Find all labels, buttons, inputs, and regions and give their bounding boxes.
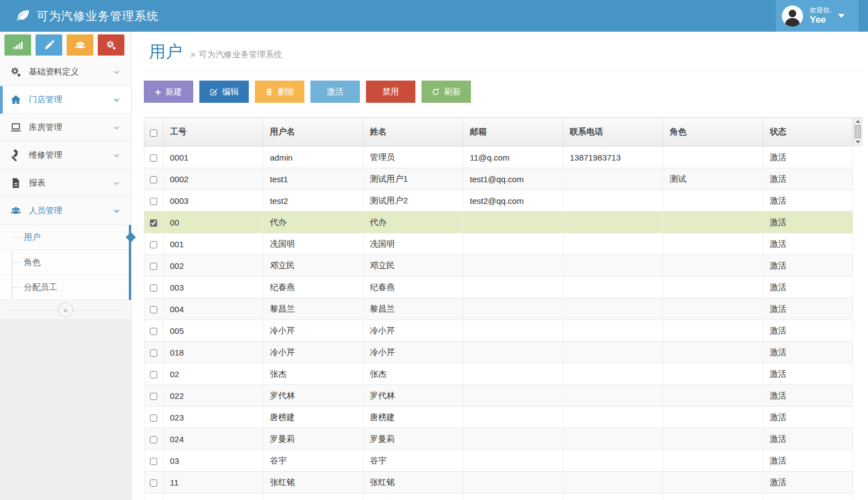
users-grid: 工号用户名姓名邮箱联系电话角色状态 0001admin管理员11@q.com13… (144, 117, 862, 500)
activate-button[interactable]: 激活 (310, 81, 360, 103)
row-checkbox[interactable] (150, 284, 157, 292)
row-checkbox[interactable] (150, 154, 157, 162)
table-row[interactable]: 03谷宇谷宇激活 (144, 450, 853, 472)
table-row[interactable]: 023唐榜建唐榜建激活 (144, 407, 853, 428)
person-icon (782, 6, 803, 27)
scroll-down-button[interactable] (856, 141, 860, 143)
table-row[interactable]: 024罗曼莉罗曼莉激活 (144, 428, 853, 450)
shortcut-users-button[interactable] (67, 34, 93, 56)
table-row[interactable]: 11张红铭张红铭激活 (144, 472, 853, 493)
row-checkbox[interactable] (150, 393, 157, 400)
row-checkbox[interactable] (150, 479, 157, 487)
cell-name: 谷宇 (363, 450, 463, 472)
column-header[interactable]: 工号 (163, 118, 263, 147)
shortcut-edit-button[interactable] (36, 34, 62, 56)
pencil-icon (43, 39, 55, 51)
cell-status: 激活 (763, 168, 853, 190)
column-header[interactable]: 姓名 (363, 118, 463, 147)
table-row[interactable]: 0003test2测试用户2test2@qq.com激活 (144, 190, 853, 212)
scroll-thumb[interactable] (855, 125, 861, 138)
row-checkbox[interactable] (150, 219, 157, 227)
row-checkbox[interactable] (150, 458, 157, 465)
user-menu[interactable]: 欢迎你, Yee (776, 0, 859, 32)
row-checkbox[interactable] (150, 414, 157, 422)
cell-username: test2 (263, 190, 363, 212)
sidebar-collapse-button[interactable]: « (58, 302, 73, 317)
table-row[interactable]: 0001admin管理员11@q.com13871983713激活 (144, 147, 853, 168)
delete-button[interactable]: 删除 (255, 81, 304, 103)
sidebar-item-basic-data[interactable]: 基础资料定义 (0, 58, 131, 86)
cell-username: 张红铭 (263, 472, 363, 493)
table-row[interactable]: 004黎昌兰黎昌兰激活 (144, 298, 853, 320)
column-header[interactable]: 状态 (763, 118, 853, 147)
row-checkbox[interactable] (150, 263, 157, 270)
edit-button[interactable]: 编辑 (199, 81, 249, 103)
table-row[interactable]: 022罗代林罗代林激活 (144, 385, 853, 407)
refresh-button[interactable]: 刷新 (422, 81, 471, 103)
select-all-checkbox[interactable] (150, 129, 157, 137)
row-checkbox[interactable] (150, 328, 157, 335)
cell-phone (563, 320, 663, 342)
column-header[interactable]: 邮箱 (463, 118, 563, 147)
button-label: 刷新 (444, 87, 461, 97)
checkbox-cell (144, 147, 163, 168)
cell-role (663, 342, 763, 363)
table-scrollbar (853, 117, 862, 146)
cell-id: 003 (163, 277, 263, 298)
column-header[interactable]: 角色 (663, 118, 763, 147)
checkbox-cell (144, 450, 163, 472)
document-icon (10, 177, 22, 189)
new-button[interactable]: + 新建 (144, 81, 193, 103)
cell-status: 激活 (763, 233, 853, 255)
sidebar-item-label: 人员管理 (29, 206, 62, 216)
sidebar-item-label: 维修管理 (29, 150, 62, 161)
column-header[interactable]: 用户名 (263, 118, 363, 147)
sidebar-item-reports[interactable]: 报表 (0, 169, 131, 197)
table-row[interactable]: 12何红梅何红梅激活 (144, 493, 853, 500)
scroll-up-button[interactable] (856, 120, 860, 123)
table-row[interactable]: 018冷小芹冷小芹激活 (144, 342, 853, 363)
cell-username: test1 (263, 168, 363, 190)
row-checkbox[interactable] (150, 436, 157, 443)
table-row[interactable]: 002邓立民邓立民激活 (144, 255, 853, 277)
cell-role (663, 363, 763, 385)
sidebar-item-warehouse[interactable]: 库房管理 (0, 114, 131, 142)
cell-id: 0003 (163, 190, 263, 212)
table-header-row: 工号用户名姓名邮箱联系电话角色状态 (144, 118, 853, 147)
row-checkbox[interactable] (150, 349, 157, 357)
row-checkbox[interactable] (150, 306, 157, 313)
table-row[interactable]: 0002test1测试用户1test1@qq.com测试激活 (144, 168, 853, 190)
shortcut-chart-button[interactable] (4, 34, 31, 56)
table-row[interactable]: 001冼国明冼国明激活 (144, 233, 853, 255)
sidebar-subitem-assign-staff[interactable]: 分配员工 (0, 275, 129, 300)
table-row[interactable]: 00代办代办激活 (144, 212, 853, 233)
row-checkbox[interactable] (150, 241, 157, 248)
app-header: 可为汽修业务管理系统 欢迎你, Yee (0, 0, 868, 32)
cell-status: 激活 (763, 212, 853, 233)
sidebar-subitem-roles[interactable]: 角色 (0, 250, 129, 275)
leaf-icon (16, 8, 31, 23)
disable-button[interactable]: 禁用 (366, 81, 415, 103)
button-label: 删除 (278, 87, 294, 97)
cell-role: 测试 (663, 168, 763, 190)
cell-id: 022 (163, 385, 263, 407)
sidebar-item-stores[interactable]: 门店管理 (0, 86, 131, 114)
checkbox-cell (144, 190, 163, 212)
sidebar-item-repair[interactable]: 维修管理 (0, 142, 131, 169)
table-row[interactable]: 003纪春燕纪春燕激活 (144, 277, 853, 298)
cell-status: 激活 (763, 428, 853, 450)
column-header[interactable]: 联系电话 (563, 118, 663, 147)
row-checkbox[interactable] (150, 198, 157, 205)
button-label: 编辑 (222, 87, 239, 97)
gavel-icon (10, 149, 22, 161)
gears-icon (106, 39, 117, 51)
row-checkbox[interactable] (150, 371, 157, 378)
sidebar-subitem-users[interactable]: 用户 (0, 225, 129, 250)
row-checkbox[interactable] (150, 176, 157, 183)
table-row[interactable]: 005冷小芹冷小芹激活 (144, 320, 853, 342)
cell-status: 激活 (763, 320, 853, 342)
sidebar-item-personnel[interactable]: 人员管理 (0, 197, 131, 225)
table-row[interactable]: 02张杰张杰激活 (144, 363, 853, 385)
sidebar-item-label: 报表 (29, 178, 46, 188)
shortcut-settings-button[interactable] (98, 34, 124, 56)
